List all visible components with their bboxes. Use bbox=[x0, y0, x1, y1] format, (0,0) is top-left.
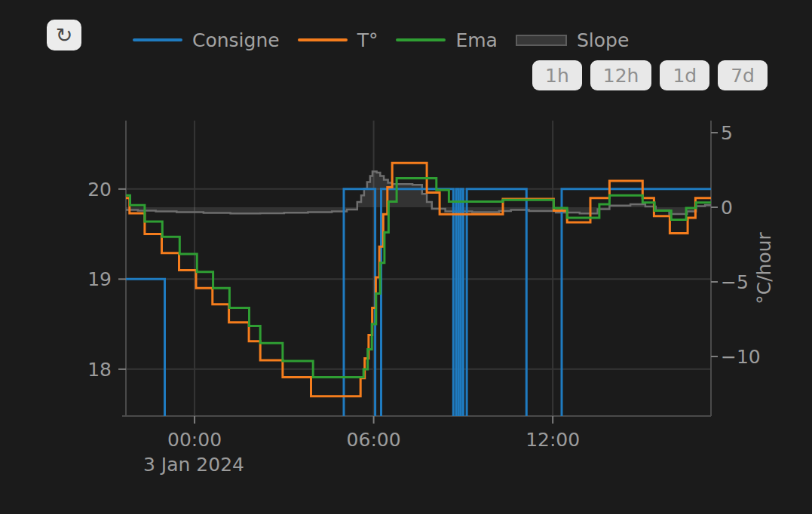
temperature-color-swatch bbox=[298, 38, 348, 41]
y-axis-right-label-5: 5 bbox=[721, 122, 733, 144]
x-tick-label-12:00: 12:00 bbox=[526, 429, 580, 451]
app-root: { "toolbar": { "refresh_button": { "glyp… bbox=[0, 0, 812, 514]
chart-legend: Consigne T° Ema Slope bbox=[133, 27, 629, 53]
legend-item-consigne[interactable]: Consigne bbox=[133, 29, 280, 51]
y-axis-left-label-19: 19 bbox=[87, 268, 112, 290]
legend-label-ema: Ema bbox=[455, 29, 497, 51]
legend-label-temperature: T° bbox=[357, 29, 378, 51]
y-axis-left-label-20: 20 bbox=[87, 179, 112, 200]
legend-label-consigne: Consigne bbox=[192, 29, 280, 51]
legend-item-slope[interactable]: Slope bbox=[516, 29, 629, 51]
y-axis-left-label-18: 18 bbox=[87, 359, 112, 381]
ema-color-swatch bbox=[396, 38, 446, 41]
y-axis-right-label--5: −5 bbox=[721, 271, 749, 293]
range-button-7d[interactable]: 7d bbox=[718, 60, 768, 90]
range-button-12h[interactable]: 12h bbox=[590, 60, 652, 90]
legend-label-slope: Slope bbox=[577, 29, 629, 51]
legend-item-temperature[interactable]: T° bbox=[298, 29, 378, 51]
refresh-icon: ↻ bbox=[56, 25, 73, 45]
x-tick-label-00:00: 00:00 bbox=[167, 429, 222, 451]
x-tick-label-06:00: 06:00 bbox=[347, 429, 401, 451]
legend-item-ema[interactable]: Ema bbox=[396, 29, 497, 51]
slope-color-swatch bbox=[516, 35, 567, 46]
time-range-buttons: 1h 12h 1d 7d bbox=[532, 60, 768, 90]
x-axis-date-label: 3 Jan 2024 bbox=[143, 454, 244, 476]
range-button-1d[interactable]: 1d bbox=[660, 60, 709, 90]
y-axis-right-title: °C/hour bbox=[753, 231, 775, 304]
y-axis-right-label-0: 0 bbox=[721, 197, 733, 219]
range-button-1h[interactable]: 1h bbox=[532, 60, 582, 90]
y-axis-right-label--10: −10 bbox=[721, 346, 761, 368]
refresh-button[interactable]: ↻ bbox=[47, 20, 81, 50]
consigne-line bbox=[126, 189, 711, 422]
consigne-color-swatch bbox=[133, 38, 182, 41]
